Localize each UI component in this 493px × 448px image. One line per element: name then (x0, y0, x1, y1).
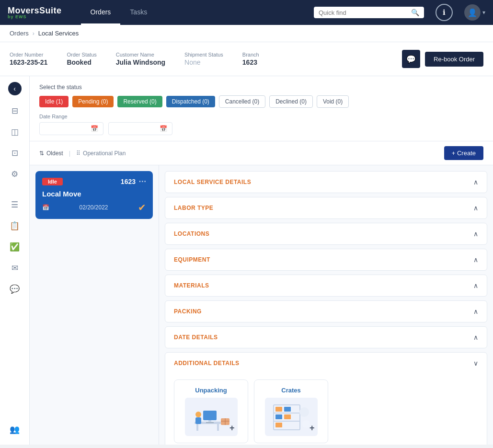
addon-cards-container: Unpacking (165, 374, 487, 445)
card-date-icon: 📅 (42, 204, 49, 211)
addon-card-crates[interactable]: Crates (254, 379, 328, 443)
nav-tasks[interactable]: Tasks (120, 0, 157, 25)
sort-icon: ⇅ (39, 150, 44, 157)
status-section: Select the status Idle (1) Pending (0) R… (30, 76, 493, 108)
operational-plan-button[interactable]: ⠿ Operational Plan (76, 150, 126, 157)
order-number-label: Order Number (10, 52, 47, 57)
date-end-input-wrap: 📅 (108, 122, 172, 135)
op-plan-label: Operational Plan (83, 150, 126, 157)
calendar-start-icon[interactable]: 📅 (91, 125, 98, 132)
date-end-input[interactable] (114, 126, 157, 132)
order-list: Idle 1623 ⋯ Local Move 📅 02/20/2022 ✔ (30, 165, 159, 445)
svg-rect-14 (275, 407, 282, 412)
user-avatar-btn[interactable]: 👤 ▾ (464, 4, 485, 21)
shipment-status-field: Shipment Status None (184, 52, 223, 66)
sidebar-icon-upload[interactable]: ⊡ (5, 143, 24, 162)
card-top: Idle 1623 ⋯ (42, 177, 146, 186)
sidebar-icon-mail[interactable]: ✉ (5, 258, 24, 277)
order-actions: 💬 Re-book Order (402, 50, 483, 68)
order-card[interactable]: Idle 1623 ⋯ Local Move 📅 02/20/2022 ✔ (35, 171, 153, 219)
status-cancelled-btn[interactable]: Cancelled (0) (219, 95, 265, 108)
svg-rect-4 (208, 420, 211, 422)
addon-crates-image: + (265, 398, 318, 436)
svg-rect-17 (284, 414, 291, 419)
avatar: 👤 (464, 4, 481, 21)
top-navigation: MoversSuite by EWS Orders Tasks 🔍 ℹ 👤 ▾ (0, 0, 493, 25)
sidebar-icon-chat[interactable]: 💬 (5, 279, 24, 299)
order-status-value: Booked (67, 58, 96, 66)
info-icon-btn[interactable]: ℹ (436, 4, 453, 21)
logo-sub-text: by EWS (8, 15, 62, 19)
date-range-section: Date Range 📅 📅 (30, 108, 493, 141)
section-date-details: DATE DETAILS ∧ (165, 326, 487, 348)
status-idle-btn[interactable]: Idle (1) (39, 96, 69, 107)
sort-button[interactable]: ⇅ Oldest (39, 150, 63, 157)
sidebar-icon-settings[interactable]: ⚙ (5, 164, 24, 184)
sidebar-icon-check[interactable]: ✅ (5, 237, 24, 256)
svg-rect-15 (284, 407, 291, 412)
rebook-order-button[interactable]: Re-book Order (425, 52, 483, 67)
addon-crates-title: Crates (281, 387, 300, 394)
chevron-up-icon-3: ∧ (473, 256, 478, 264)
svg-rect-2 (217, 424, 219, 431)
shipment-status-value: None (184, 58, 223, 66)
calendar-end-icon[interactable]: 📅 (160, 125, 167, 132)
sidebar-icon-list[interactable]: ☰ (5, 195, 24, 214)
addon-unpacking-image: + (185, 398, 238, 436)
section-materials-header[interactable]: MATERIALS ∧ (165, 275, 487, 296)
branch-field: Branch 1623 (242, 52, 259, 66)
date-range-label: Date Range (39, 114, 483, 119)
svg-point-6 (195, 412, 201, 417)
toolbar-left: ⇅ Oldest | ⠿ Operational Plan (39, 149, 126, 157)
status-dispatched-btn[interactable]: Dispatched (0) (166, 96, 215, 107)
sidebar: ‹ ⊟ ◫ ⊡ ⚙ ☰ 📋 ✅ ✉ 💬 👥 (0, 76, 30, 445)
section-labor-type-header[interactable]: LABOR TYPE ∧ (165, 197, 487, 218)
sidebar-icon-users[interactable]: 👥 (5, 420, 24, 439)
section-materials: MATERIALS ∧ (165, 275, 487, 297)
breadcrumb-current: Local Services (38, 30, 79, 37)
svg-point-19 (299, 407, 309, 417)
sort-label: Oldest (46, 150, 63, 157)
nav-orders[interactable]: Orders (81, 0, 121, 25)
addon-card-unpacking[interactable]: Unpacking (174, 379, 248, 443)
section-locations: LOCATIONS ∧ (165, 223, 487, 245)
search-input[interactable] (319, 9, 408, 16)
section-date-details-header[interactable]: DATE DETAILS ∧ (165, 327, 487, 348)
section-additional-details-header[interactable]: ADDITIONAL DETAILS ∨ (165, 353, 487, 374)
svg-rect-16 (275, 414, 282, 419)
status-pending-btn[interactable]: Pending (0) (72, 96, 114, 107)
section-additional-details-title: ADDITIONAL DETAILS (174, 360, 240, 367)
section-packing-title: PACKING (174, 308, 202, 315)
svg-rect-7 (195, 417, 201, 424)
status-buttons: Idle (1) Pending (0) Reserved (0) Dispat… (39, 95, 483, 108)
section-locations-header[interactable]: LOCATIONS ∧ (165, 223, 487, 244)
chevron-up-icon-4: ∧ (473, 282, 478, 289)
section-equipment: EQUIPMENT ∧ (165, 249, 487, 271)
sidebar-icon-clipboard[interactable]: 📋 (5, 216, 24, 235)
order-number-value: 1623-235-21 (10, 58, 47, 66)
sidebar-icon-grid[interactable]: ⊟ (5, 101, 24, 120)
section-equipment-header[interactable]: EQUIPMENT ∧ (165, 249, 487, 270)
sidebar-icon-doc[interactable]: ◫ (5, 122, 24, 141)
card-menu-dots[interactable]: ⋯ (138, 177, 146, 186)
order-status-field: Order Status Booked (67, 52, 96, 66)
section-labor-type-title: LABOR TYPE (174, 205, 213, 211)
chevron-up-icon-0: ∧ (473, 178, 478, 186)
date-start-input[interactable] (45, 126, 88, 132)
search-bar[interactable]: 🔍 (314, 7, 424, 18)
create-button[interactable]: + Create (444, 146, 483, 160)
status-declined-btn[interactable]: Declined (0) (269, 95, 313, 108)
message-icon-button[interactable]: 💬 (402, 50, 420, 68)
section-additional-details: ADDITIONAL DETAILS ∨ Unpacking (165, 352, 487, 445)
status-reserved-btn[interactable]: Reserved (0) (117, 96, 162, 107)
addon-crates-plus: + (310, 423, 315, 433)
customer-name-field: Customer Name Julia Windsong (116, 52, 165, 66)
section-local-service-details-header[interactable]: LOCAL SERVICE DETAILS ∧ (165, 172, 487, 193)
sidebar-toggle[interactable]: ‹ (8, 82, 22, 95)
chevron-up-icon-5: ∧ (473, 308, 478, 315)
section-packing-header[interactable]: PACKING ∧ (165, 301, 487, 322)
card-title: Local Move (42, 190, 146, 198)
section-date-details-title: DATE DETAILS (174, 334, 218, 341)
breadcrumb-orders[interactable]: Orders (10, 30, 29, 37)
status-void-btn[interactable]: Void (0) (317, 95, 349, 108)
